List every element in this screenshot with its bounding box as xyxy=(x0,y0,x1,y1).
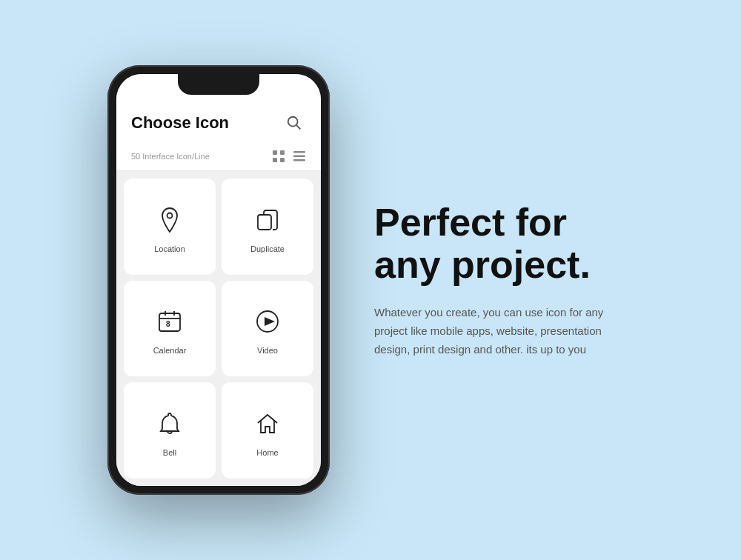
video-icon xyxy=(252,306,283,337)
svg-rect-10 xyxy=(258,215,271,230)
duplicate-icon xyxy=(252,204,283,236)
home-icon xyxy=(252,408,283,439)
svg-rect-5 xyxy=(280,158,285,162)
phone-screen: Choose Icon 50 Interface Icon/Line xyxy=(116,74,321,486)
headline-line2: any project. xyxy=(374,243,591,286)
screen-title: Choose Icon xyxy=(131,113,229,133)
video-label: Video xyxy=(257,346,278,355)
icon-card-location[interactable]: Location xyxy=(124,179,216,275)
main-container: Choose Icon 50 Interface Icon/Line xyxy=(0,0,741,560)
phone-notch xyxy=(178,74,259,95)
phone-mockup: Choose Icon 50 Interface Icon/Line xyxy=(107,65,330,495)
icon-card-home[interactable]: Home xyxy=(222,382,313,479)
svg-rect-2 xyxy=(273,150,277,155)
svg-point-9 xyxy=(167,213,173,218)
svg-rect-4 xyxy=(273,158,277,162)
svg-rect-8 xyxy=(293,159,305,161)
text-section: Perfect for any project. Whatever you cr… xyxy=(374,201,634,359)
icon-count-label: 50 Interface Icon/Line xyxy=(131,152,210,161)
svg-text:8: 8 xyxy=(166,320,170,328)
svg-marker-17 xyxy=(265,317,275,326)
location-label: Location xyxy=(154,244,185,253)
svg-rect-7 xyxy=(293,156,305,158)
description: Whatever you create, you can use icon fo… xyxy=(374,304,634,359)
bell-icon xyxy=(154,408,185,439)
icon-card-calendar[interactable]: 8 Calendar xyxy=(124,281,216,377)
icon-card-bell[interactable]: Bell xyxy=(124,382,216,479)
phone-body: Choose Icon 50 Interface Icon/Line xyxy=(107,65,330,495)
icon-card-video[interactable]: Video xyxy=(222,281,313,377)
duplicate-label: Duplicate xyxy=(250,244,285,253)
svg-point-0 xyxy=(288,117,298,127)
headline: Perfect for any project. xyxy=(374,201,634,286)
search-icon xyxy=(286,115,302,131)
svg-line-1 xyxy=(296,125,300,129)
search-button[interactable] xyxy=(282,111,306,135)
view-toggles xyxy=(272,150,306,163)
calendar-label: Calendar xyxy=(153,346,187,355)
list-view-toggle[interactable] xyxy=(293,150,306,163)
list-icon xyxy=(293,150,305,162)
icons-grid: Location Duplicate xyxy=(116,171,321,486)
bell-label: Bell xyxy=(163,448,176,457)
calendar-icon: 8 xyxy=(154,306,185,337)
svg-rect-6 xyxy=(293,151,305,153)
headline-line1: Perfect for xyxy=(374,201,567,244)
svg-rect-3 xyxy=(280,150,285,155)
location-icon xyxy=(154,204,185,236)
screen-subheader: 50 Interface Icon/Line xyxy=(116,145,321,171)
home-label: Home xyxy=(256,448,278,457)
grid-view-toggle[interactable] xyxy=(272,150,285,163)
grid-icon xyxy=(273,150,285,162)
icon-card-duplicate[interactable]: Duplicate xyxy=(222,179,313,275)
